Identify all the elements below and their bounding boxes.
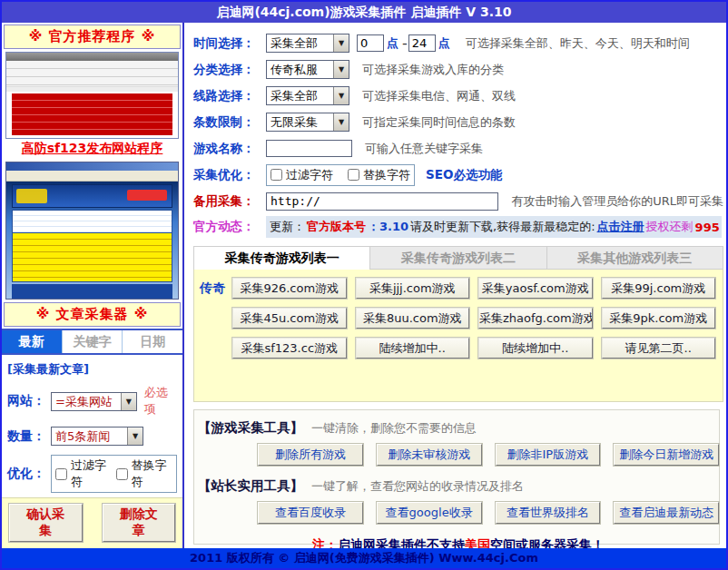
game-collect-button[interactable]: 采集zhaofg.com游戏 <box>478 308 593 329</box>
time-select[interactable]: 采集全部 ▼ <box>266 34 349 53</box>
replace-checkbox-main[interactable] <box>348 169 359 181</box>
backup-url-input[interactable] <box>266 192 498 211</box>
mini-browser-body <box>6 182 178 300</box>
thumbnail-link-grid <box>6 61 178 86</box>
game-site-thumbnail[interactable] <box>5 162 179 300</box>
thumbnail-divider <box>6 86 178 92</box>
category-desc: 可选择采集游戏入库的分类 <box>362 62 504 78</box>
hour-unit-to: 点 <box>438 35 450 52</box>
website-select-value: =采集网站= <box>52 393 121 410</box>
promo-site-link[interactable]: 高防sf123发布网站程序 <box>5 139 179 160</box>
mini-browser-titlebar <box>6 162 178 171</box>
main-panel: 时间选择： 采集全部 ▼ 点 - 点 可选择采集全部、昨天、今天、明天和时间 分… <box>184 23 726 548</box>
tool-button[interactable]: 查看google收录 <box>377 502 482 524</box>
backup-row: 备用采集： 有攻击时输入管理员给你的URL即可采集 <box>193 188 723 214</box>
confirm-collect-button[interactable]: 确认采集 <box>9 504 83 542</box>
game-collect-button[interactable]: 采集yaosf.com游戏 <box>478 278 593 299</box>
news-middle: 请及时更新下载,获得最新最稳定的: <box>410 219 595 235</box>
replace-checkbox-side[interactable] <box>116 468 128 480</box>
game-collect-button[interactable]: 请见第二页.. <box>602 338 716 359</box>
note-mark: 注： <box>312 537 338 548</box>
quantity-select-value: 前5条新闻 <box>52 428 127 445</box>
webmaster-tools-buttons: 查看百度收录查看google收录查看世界级排名查看启迪最新动态 <box>258 502 719 524</box>
tab-game-list-2[interactable]: 采集传奇游戏列表二 <box>370 246 546 270</box>
second-thumbnail-wrap <box>5 162 179 300</box>
register-link[interactable]: 点击注册 <box>597 219 644 235</box>
sidebar-tab-date[interactable]: 日期 <box>122 330 182 353</box>
tool-button[interactable]: 查看百度收录 <box>258 502 363 524</box>
game-collect-button[interactable]: 陆续增加中.. <box>356 338 470 359</box>
auth-prefix: 授权还剩 <box>646 219 694 235</box>
promo-site-thumbnail[interactable] <box>5 52 179 139</box>
game-button-grid: 采集926.com游戏采集jjj.com游戏采集yaosf.com游戏采集99j… <box>232 278 715 401</box>
game-collect-button[interactable]: 采集99j.com游戏 <box>602 278 716 299</box>
replace-main-label: 替换字符 <box>363 167 410 183</box>
quantity-label: 数量： <box>7 428 51 445</box>
game-collect-button[interactable]: 采集sf123.cc游戏 <box>232 338 347 359</box>
article-collector-header: ※ 文章采集器 ※ <box>4 302 181 327</box>
limit-select[interactable]: 无限采集 ▼ <box>266 113 349 132</box>
app-window: 启迪网(44cj.com)游戏采集插件 启迪插件 V 3.10 ※ 官方推荐程序… <box>0 0 728 570</box>
website-row: 网站： =采集网站= ▼ 必选项 <box>7 385 177 418</box>
tool-button[interactable]: 删除未审核游戏 <box>377 444 482 466</box>
filter-checkbox-side[interactable] <box>55 468 67 480</box>
tab-game-list-1[interactable]: 采集传奇游戏列表一 <box>193 246 370 270</box>
tool-button[interactable]: 删除非IP版游戏 <box>496 444 601 466</box>
optimize-row-main: 采集优化： 过滤字符 替换字符 SEO必选功能 <box>193 162 723 188</box>
category-select-label: 分类选择： <box>193 62 266 78</box>
sidebar: ※ 官方推荐程序 ※ 高防sf123发布网站程序 <box>2 23 184 548</box>
game-category-select[interactable]: 传奇私服 ▼ <box>266 60 349 79</box>
line-select[interactable]: 采集全部 ▼ <box>266 86 349 105</box>
filter-checkbox-main[interactable] <box>271 169 282 181</box>
hour-to-input[interactable] <box>408 34 436 52</box>
dropdown-arrow-icon[interactable]: ▼ <box>333 61 349 78</box>
mini-site-rows-yellow <box>12 233 172 282</box>
time-select-value: 采集全部 <box>267 34 333 52</box>
tool-button[interactable]: 删除今日新增游戏 <box>614 444 719 466</box>
optimize-box-main: 过滤字符 替换字符 <box>266 164 415 186</box>
quantity-select[interactable]: 前5条新闻 ▼ <box>51 427 143 446</box>
tool-button[interactable]: 查看启迪最新动态 <box>614 502 719 524</box>
filter-checkbox-label: 过滤字符 <box>71 457 113 490</box>
line-row: 线路选择： 采集全部 ▼ 可选择采集电信、网通、双线 <box>193 83 723 109</box>
game-collect-button[interactable]: 陆续增加中.. <box>478 338 593 359</box>
sidebar-button-strip: 确认采集 删除文章 <box>2 497 182 548</box>
tool-button[interactable]: 查看世界级排名 <box>496 502 601 524</box>
game-category-value: 传奇私服 <box>267 61 333 78</box>
dropdown-arrow-icon[interactable]: ▼ <box>333 87 349 104</box>
dropdown-arrow-icon[interactable]: ▼ <box>333 113 349 131</box>
game-collect-button[interactable]: 采集jjj.com游戏 <box>356 278 470 299</box>
line-label: 线路选择： <box>193 88 266 104</box>
news-version: ：3.10 <box>368 219 408 235</box>
game-panel: 传奇 采集926.com游戏采集jjj.com游戏采集yaosf.com游戏采集… <box>193 270 723 402</box>
backup-label: 备用采集： <box>193 193 266 210</box>
sidebar-tab-latest[interactable]: 最新 <box>2 330 62 353</box>
game-collect-button[interactable]: 采集8uu.com游戏 <box>356 308 470 329</box>
tab-game-list-3[interactable]: 采集其他游戏列表三 <box>547 246 723 270</box>
hour-dash: - <box>402 34 408 52</box>
limit-row: 条数限制： 无限采集 ▼ 可指定采集同时间信息的条数 <box>193 109 723 135</box>
hour-from-input[interactable] <box>357 34 384 52</box>
game-name-input[interactable] <box>266 140 352 157</box>
game-collect-button[interactable]: 采集9pk.com游戏 <box>602 308 716 329</box>
backup-desc: 有攻击时输入管理员给你的URL即可采集 <box>511 193 723 210</box>
game-name-label: 游戏名称： <box>193 141 266 157</box>
game-collect-button[interactable]: 采集45u.com游戏 <box>232 308 347 329</box>
delete-article-button[interactable]: 删除文章 <box>103 504 176 542</box>
game-name-desc: 可输入任意关键字采集 <box>365 141 483 157</box>
dropdown-arrow-icon[interactable]: ▼ <box>127 428 143 445</box>
website-label: 网站： <box>7 393 51 409</box>
news-prefix: 更新： <box>270 219 305 235</box>
content: ※ 官方推荐程序 ※ 高防sf123发布网站程序 <box>2 23 726 548</box>
sidebar-tab-keyword[interactable]: 关键字 <box>62 330 123 353</box>
legend-label: 传奇 <box>200 278 232 401</box>
tool-button[interactable]: 删除所有游戏 <box>258 444 363 466</box>
limit-desc: 可指定采集同时间信息的条数 <box>362 114 516 131</box>
line-desc: 可选择采集电信、网通、双线 <box>362 88 516 104</box>
game-tools-title: 【游戏采集工具】 <box>198 420 303 435</box>
website-select[interactable]: =采集网站= ▼ <box>51 392 137 411</box>
game-collect-button[interactable]: 采集926.com游戏 <box>232 278 347 299</box>
dropdown-arrow-icon[interactable]: ▼ <box>121 393 136 410</box>
dropdown-arrow-icon[interactable]: ▼ <box>333 34 349 52</box>
optimize-box-side: 过滤字符 替换字符 <box>51 455 177 493</box>
